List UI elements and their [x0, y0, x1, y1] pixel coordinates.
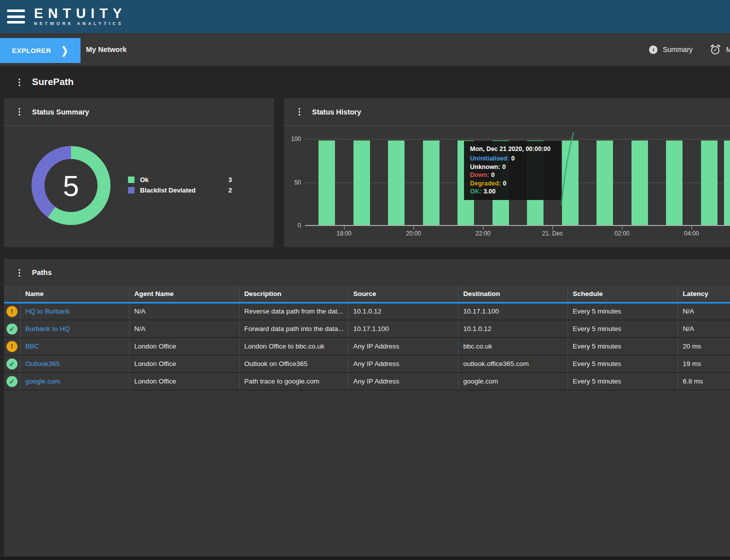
y-axis-tick-100: 100 [291, 136, 301, 142]
destination-column-header[interactable]: Destination [458, 286, 568, 302]
tooltip-row: Degraded:0 [470, 180, 555, 188]
donut-total-count: 5 [63, 169, 79, 202]
agent-name-cell: London Office [129, 372, 239, 390]
brand-name: ENTUITY [34, 7, 127, 20]
status-donut-chart[interactable]: 5 [32, 146, 110, 225]
latency-column-header[interactable]: Latency [678, 286, 730, 302]
tooltip-title: Mon, Dec 21 2020, 00:00:00 [470, 146, 555, 152]
x-axis-label-2000: 20:00 [406, 230, 421, 237]
latency-cell: N/A [678, 302, 730, 320]
table-row: ✓google.comLondon OfficePath trace to go… [4, 372, 730, 390]
x-axis-line [305, 225, 730, 226]
destination-cell: 10.17.1.100 [458, 302, 568, 320]
legend-swatch [128, 176, 134, 183]
legend-swatch [128, 187, 134, 194]
page-kebab-menu-icon[interactable]: ⋮ [15, 78, 22, 86]
tooltip-row-label: Down: [470, 172, 489, 178]
paths-table-header-row: Name Agent Name Description Source Desti… [4, 286, 730, 302]
latency-cell: 20 ms [678, 338, 730, 355]
name-column-header[interactable]: Name [20, 286, 129, 302]
history-bar[interactable] [562, 140, 578, 225]
explorer-button[interactable]: EXPLORER ❯ [0, 38, 80, 63]
status-cell: ✓ [4, 355, 20, 372]
latency-cell: N/A [678, 320, 730, 338]
paths-title: Paths [32, 268, 52, 276]
latency-cell: 19 ms [678, 355, 730, 372]
legend-value: 2 [228, 186, 232, 194]
schedule-cell: Every 5 minutes [568, 355, 678, 372]
agent-name-cell: N/A [129, 302, 239, 320]
source-cell: Any IP Address [348, 372, 458, 390]
history-bar[interactable] [596, 140, 613, 225]
destination-cell: google.com [458, 372, 568, 390]
summary-label: Summary [662, 46, 692, 54]
history-bar[interactable] [423, 140, 440, 225]
legend-label: Blacklist Deviated [140, 186, 228, 194]
donut-legend: Ok3Blacklist Deviated2 [128, 174, 232, 196]
y-axis-tick-50: 50 [294, 179, 301, 186]
table-row: ✓Outlook365London OfficeOutlook on Offic… [4, 355, 730, 372]
description-cell: Path trace to google.com [239, 372, 348, 390]
source-cell: 10.17.1.100 [348, 320, 458, 338]
history-bar[interactable] [354, 140, 370, 225]
nav-bar: EXPLORER ❯ My Network i Summary ✓ M [0, 33, 730, 66]
tooltip-rows: Uninitialised:0Unknown:0Down:0Degraded:0… [470, 154, 555, 196]
dashboard-panels-row: ⋮ Status Summary 5 Ok3Blacklist Deviated… [0, 98, 730, 247]
hamburger-menu-icon[interactable] [7, 10, 25, 24]
status-ok-icon: ✓ [6, 324, 18, 334]
donut-hole: 5 [44, 159, 98, 212]
name-cell: Outlook365 [20, 355, 129, 372]
status-history-panel: ⋮ Status History 100 50 0 18:00 20:00 22… [284, 98, 730, 247]
monitor-menu-item[interactable]: ✓ M [710, 44, 730, 55]
status-warning-icon: ! [6, 306, 18, 317]
path-name-link[interactable]: google.com [26, 378, 60, 385]
tooltip-row-value: 0 [502, 164, 506, 170]
source-cell: Any IP Address [348, 355, 458, 372]
path-name-link[interactable]: Outlook365 [26, 360, 60, 368]
description-cell: London Office to bbc.co.uk [239, 338, 348, 355]
tooltip-row-label: OK: [470, 188, 482, 195]
status-summary-kebab-icon[interactable]: ⋮ [15, 108, 22, 116]
schedule-column-header[interactable]: Schedule [568, 286, 678, 302]
paths-table: Name Agent Name Description Source Desti… [4, 286, 730, 390]
schedule-cell: Every 5 minutes [568, 302, 678, 320]
path-name-link[interactable]: Burbank to HQ [26, 325, 70, 332]
tooltip-row-label: Uninitialised: [470, 155, 509, 162]
x-axis-tick-mark [483, 226, 484, 230]
x-axis-label-1800: 18:00 [336, 230, 352, 237]
x-axis-label-21dec: 21. Dec [542, 230, 562, 237]
path-name-link[interactable]: BBC [26, 342, 40, 350]
agent-name-column-header[interactable]: Agent Name [129, 286, 239, 302]
history-bar[interactable] [632, 140, 648, 225]
x-axis-label-0400: 04:00 [684, 230, 699, 237]
source-cell: 10.1.0.12 [348, 302, 458, 320]
monitor-label: M [726, 46, 730, 54]
summary-menu-item[interactable]: i Summary [649, 46, 692, 54]
paths-header: ⋮ Paths [4, 259, 730, 286]
description-column-header[interactable]: Description [239, 286, 348, 302]
x-axis-tick-mark [414, 226, 414, 230]
status-history-kebab-icon[interactable]: ⋮ [295, 108, 302, 116]
x-axis-tick-mark [344, 226, 344, 230]
source-column-header[interactable]: Source [348, 286, 458, 302]
history-bar[interactable] [666, 140, 682, 225]
description-cell: Reverse data path from the dat... [239, 302, 348, 320]
legend-item[interactable]: Ok3 [128, 174, 232, 185]
history-bar-partial[interactable] [724, 140, 730, 225]
paths-kebab-icon[interactable]: ⋮ [15, 268, 22, 277]
page-title-band: ⋮ SurePath [0, 66, 730, 98]
table-row: ✓Burbank to HQN/AForward data path into … [4, 320, 730, 338]
legend-item[interactable]: Blacklist Deviated2 [128, 185, 232, 196]
status-summary-title: Status Summary [32, 108, 89, 116]
status-history-title: Status History [312, 108, 361, 116]
x-axis-tick-mark [552, 226, 553, 230]
tooltip-row: OK:3.00 [470, 188, 555, 196]
breadcrumb[interactable]: My Network [86, 33, 126, 66]
brand-subtitle: NETWORK ANALYTICS [34, 21, 127, 26]
history-bar[interactable] [701, 140, 718, 225]
status-cell: ! [4, 338, 20, 355]
history-bar[interactable] [318, 140, 335, 225]
path-name-link[interactable]: HQ to Burbank [26, 308, 70, 315]
gridline-100 [305, 139, 730, 140]
history-bar[interactable] [388, 140, 404, 225]
